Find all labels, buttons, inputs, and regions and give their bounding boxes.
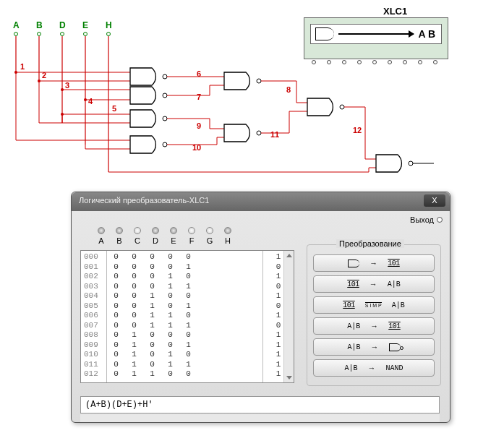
arrow-icon: → xyxy=(371,343,379,351)
column-toggle-g[interactable] xyxy=(206,227,213,234)
circuit-diagram: ABDEH 123456789101112 xyxy=(0,0,504,192)
row-inputs: 01100 xyxy=(107,369,262,380)
nand-gate-2 xyxy=(130,87,167,104)
column-selectors: ABCDEFGH xyxy=(98,227,231,245)
arrow-icon: → xyxy=(370,280,377,288)
column-label-c: C xyxy=(134,236,140,245)
logic-converter-window: Логический преобразователь-XLC1 X Выход … xyxy=(71,192,450,423)
xlc-pin-7[interactable] xyxy=(418,60,422,64)
row-inputs: 01001 xyxy=(107,340,262,351)
svg-point-21 xyxy=(84,98,87,101)
row-index: 002 xyxy=(81,272,106,282)
window-title[interactable]: Логический преобразователь-XLC1 X xyxy=(72,192,450,211)
svg-point-44 xyxy=(340,105,344,109)
row-index: 004 xyxy=(81,291,106,301)
xlc-label: XLC1 xyxy=(383,6,407,17)
group-label: Преобразование xyxy=(336,239,404,248)
row-inputs: 00110 xyxy=(107,311,262,321)
scrollbar-horizontal[interactable] xyxy=(80,414,440,422)
row-inputs: 00101 xyxy=(107,301,262,312)
svg-point-51 xyxy=(409,161,413,166)
svg-point-37 xyxy=(257,131,261,135)
row-index: 009 xyxy=(81,340,106,351)
svg-point-22 xyxy=(163,74,167,79)
column-toggle-c[interactable] xyxy=(134,227,141,234)
convert-button-2[interactable]: 101S I M PA|B xyxy=(313,296,435,314)
row-index: 010 xyxy=(81,350,106,360)
row-inputs: 00100 xyxy=(107,291,262,301)
convert-button-5[interactable]: A|B→NAND xyxy=(313,359,435,377)
nand-gate-8 xyxy=(376,155,413,172)
row-index: 006 xyxy=(81,311,106,321)
nand-gate-6 xyxy=(224,124,261,142)
svg-point-24 xyxy=(163,116,167,121)
truth-table[interactable]: 000001002003004005006007008009010011012 … xyxy=(80,250,294,383)
xlc-pin-2[interactable] xyxy=(342,60,346,64)
arrow-icon: → xyxy=(368,364,376,372)
arrow-icon: → xyxy=(370,322,378,330)
column-label-b: B xyxy=(116,236,121,245)
row-inputs: 01010 xyxy=(107,350,262,360)
svg-point-18 xyxy=(61,88,64,91)
column-label-d: D xyxy=(153,236,158,245)
column-label-g: G xyxy=(207,236,213,245)
row-index: 011 xyxy=(81,360,106,370)
column-toggle-e[interactable] xyxy=(170,227,177,234)
xlc-pin-5[interactable] xyxy=(388,60,392,64)
scrollbar-vertical[interactable] xyxy=(283,251,294,382)
svg-point-19 xyxy=(61,113,64,116)
close-button[interactable]: X xyxy=(424,194,445,207)
column-label-f: F xyxy=(189,236,195,245)
arrow-icon: S I M P xyxy=(365,302,382,308)
xlc-pin-3[interactable] xyxy=(357,60,362,64)
conversion-group: Преобразование →101101→A|B101S I M PA|BA… xyxy=(307,244,441,386)
row-index: 012 xyxy=(81,369,106,380)
row-inputs: 01011 xyxy=(107,360,262,370)
row-index: 005 xyxy=(81,301,106,312)
row-index: 000 xyxy=(81,252,106,262)
xlc-pin-6[interactable] xyxy=(403,60,407,64)
row-index: 001 xyxy=(81,262,106,273)
convert-button-3[interactable]: A|B→101 xyxy=(313,317,435,335)
gate-icon xyxy=(348,260,359,267)
convert-button-4[interactable]: A|B→ xyxy=(313,338,435,356)
column-toggle-b[interactable] xyxy=(116,227,123,234)
svg-point-20 xyxy=(14,71,17,74)
nand-gate-1 xyxy=(130,68,167,85)
column-toggle-d[interactable] xyxy=(152,227,159,234)
xlc-pin-0[interactable] xyxy=(312,60,316,64)
column-label-h: H xyxy=(225,236,231,245)
convert-button-0[interactable]: →101 xyxy=(313,254,435,272)
xlc-ab-label: A B xyxy=(418,28,435,40)
column-toggle-f[interactable] xyxy=(188,227,195,234)
nand-gate-5 xyxy=(224,72,261,90)
convert-button-1[interactable]: 101→A|B xyxy=(313,275,435,293)
xlc-inner: A B xyxy=(310,24,442,44)
gate-icon xyxy=(389,343,401,351)
row-inputs: 00001 xyxy=(107,262,262,273)
row-inputs: 00111 xyxy=(107,321,262,331)
title-text: Логический преобразователь-XLC1 xyxy=(79,196,209,205)
nand-gate-3 xyxy=(130,110,167,127)
svg-point-25 xyxy=(163,142,167,147)
output-label: Выход xyxy=(410,215,434,224)
arrow-icon: → xyxy=(370,259,377,267)
row-inputs: 00010 xyxy=(107,272,262,282)
nand-gate-4 xyxy=(130,136,167,153)
column-label-e: E xyxy=(171,236,176,245)
svg-point-36 xyxy=(257,79,261,83)
column-toggle-a[interactable] xyxy=(98,227,105,234)
row-index: 008 xyxy=(81,330,106,340)
xlc-component[interactable]: A B xyxy=(304,17,448,59)
xlc-pin-1[interactable] xyxy=(327,60,331,64)
arrow-right-icon xyxy=(338,33,414,35)
expression-field[interactable]: (A+B)(D+E)+H' xyxy=(80,396,440,413)
column-label-a: A xyxy=(98,236,103,245)
svg-point-17 xyxy=(38,80,40,82)
column-toggle-h[interactable] xyxy=(224,227,231,234)
xlc-pin-8[interactable] xyxy=(433,60,437,64)
row-inputs: 00011 xyxy=(107,282,262,292)
row-index: 007 xyxy=(81,321,106,331)
xlc-pin-4[interactable] xyxy=(372,60,377,64)
row-inputs: 01000 xyxy=(107,330,262,340)
